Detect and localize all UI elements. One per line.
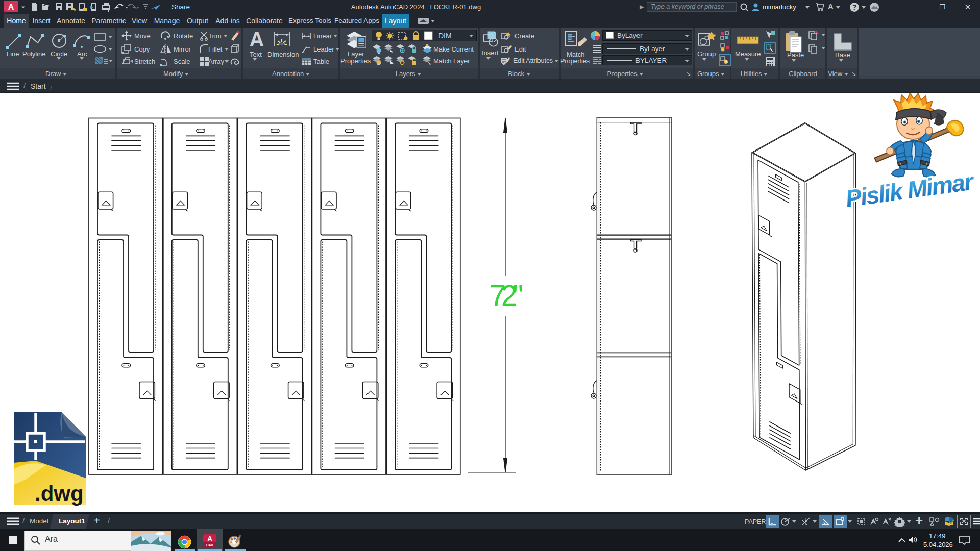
svg-text:.dwg: .dwg — [35, 482, 84, 506]
svg-text:?: ? — [852, 3, 857, 11]
svg-text:A: A — [207, 535, 212, 543]
svg-text:CAD: CAD — [206, 543, 213, 547]
svg-text:A: A — [8, 3, 14, 11]
svg-text:72": 72" — [489, 279, 523, 312]
